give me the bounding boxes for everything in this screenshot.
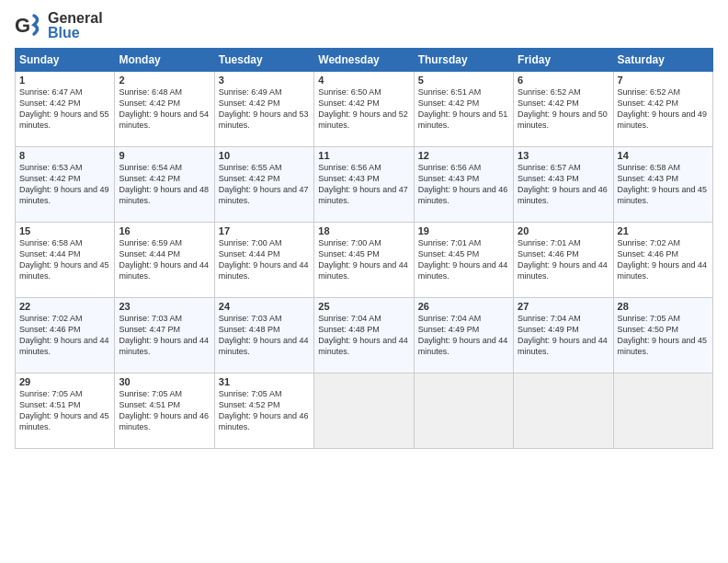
weekday-header-saturday: Saturday — [613, 49, 712, 72]
day-info: Sunrise: 6:48 AM Sunset: 4:42 PM Dayligh… — [119, 87, 209, 130]
day-number: 11 — [318, 150, 409, 161]
day-number: 14 — [618, 150, 709, 161]
day-info: Sunrise: 7:00 AM Sunset: 4:45 PM Dayligh… — [318, 238, 408, 281]
day-number: 18 — [318, 225, 409, 236]
day-info: Sunrise: 7:00 AM Sunset: 4:44 PM Dayligh… — [219, 238, 309, 281]
weekday-header-friday: Friday — [514, 49, 613, 72]
calendar-cell: 25 Sunrise: 7:04 AM Sunset: 4:48 PM Dayl… — [314, 298, 414, 373]
calendar-cell: 12 Sunrise: 6:56 AM Sunset: 4:43 PM Dayl… — [414, 147, 513, 223]
day-number: 23 — [119, 301, 210, 312]
calendar-cell: 3 Sunrise: 6:49 AM Sunset: 4:42 PM Dayli… — [214, 72, 313, 147]
day-info: Sunrise: 6:58 AM Sunset: 4:44 PM Dayligh… — [19, 238, 109, 281]
day-number: 9 — [119, 150, 210, 161]
calendar-cell: 24 Sunrise: 7:03 AM Sunset: 4:48 PM Dayl… — [214, 298, 313, 373]
calendar-cell: 17 Sunrise: 7:00 AM Sunset: 4:44 PM Dayl… — [214, 223, 313, 298]
day-info: Sunrise: 6:51 AM Sunset: 4:42 PM Dayligh… — [418, 87, 508, 130]
day-number: 1 — [19, 75, 110, 86]
day-number: 5 — [418, 75, 509, 86]
day-info: Sunrise: 7:03 AM Sunset: 4:47 PM Dayligh… — [119, 314, 209, 356]
calendar-cell: 27 Sunrise: 7:04 AM Sunset: 4:49 PM Dayl… — [514, 298, 613, 373]
weekday-header-sunday: Sunday — [16, 49, 115, 72]
day-info: Sunrise: 7:04 AM Sunset: 4:49 PM Dayligh… — [418, 314, 508, 356]
calendar-cell: 29 Sunrise: 7:05 AM Sunset: 4:51 PM Dayl… — [16, 373, 115, 449]
day-number: 26 — [418, 301, 509, 312]
calendar-cell — [414, 373, 513, 449]
calendar-cell: 5 Sunrise: 6:51 AM Sunset: 4:42 PM Dayli… — [414, 72, 513, 147]
calendar-cell: 22 Sunrise: 7:02 AM Sunset: 4:46 PM Dayl… — [16, 298, 115, 373]
day-info: Sunrise: 7:05 AM Sunset: 4:50 PM Dayligh… — [618, 314, 708, 356]
calendar-cell — [314, 373, 414, 449]
day-info: Sunrise: 6:49 AM Sunset: 4:42 PM Dayligh… — [219, 87, 309, 130]
day-number: 8 — [19, 150, 110, 161]
svg-text:G: G — [15, 14, 30, 37]
weekday-header-wednesday: Wednesday — [314, 49, 414, 72]
day-number: 7 — [618, 75, 709, 86]
day-number: 12 — [418, 150, 509, 161]
header: G General Blue — [15, 11, 713, 40]
day-info: Sunrise: 7:03 AM Sunset: 4:48 PM Dayligh… — [219, 314, 309, 356]
day-info: Sunrise: 7:02 AM Sunset: 4:46 PM Dayligh… — [19, 314, 109, 356]
calendar-cell: 23 Sunrise: 7:03 AM Sunset: 4:47 PM Dayl… — [115, 298, 214, 373]
calendar-cell — [613, 373, 712, 449]
day-number: 17 — [219, 225, 310, 236]
day-number: 2 — [119, 75, 210, 86]
calendar-cell: 7 Sunrise: 6:52 AM Sunset: 4:42 PM Dayli… — [613, 72, 712, 147]
day-number: 13 — [518, 150, 609, 161]
day-number: 30 — [119, 376, 210, 387]
weekday-header-tuesday: Tuesday — [214, 49, 313, 72]
calendar-week-3: 15 Sunrise: 6:58 AM Sunset: 4:44 PM Dayl… — [16, 223, 713, 298]
day-number: 20 — [518, 225, 609, 236]
logo: G General Blue — [15, 11, 103, 40]
day-number: 4 — [318, 75, 409, 86]
day-info: Sunrise: 6:47 AM Sunset: 4:42 PM Dayligh… — [19, 87, 109, 130]
day-info: Sunrise: 7:04 AM Sunset: 4:49 PM Dayligh… — [518, 314, 608, 356]
calendar-cell: 28 Sunrise: 7:05 AM Sunset: 4:50 PM Dayl… — [613, 298, 712, 373]
day-info: Sunrise: 7:01 AM Sunset: 4:45 PM Dayligh… — [418, 238, 508, 281]
calendar-cell: 8 Sunrise: 6:53 AM Sunset: 4:42 PM Dayli… — [16, 147, 115, 223]
logo-icon: G — [15, 12, 44, 40]
day-info: Sunrise: 6:58 AM Sunset: 4:43 PM Dayligh… — [618, 163, 708, 205]
day-number: 22 — [19, 301, 110, 312]
calendar-cell: 11 Sunrise: 6:56 AM Sunset: 4:43 PM Dayl… — [314, 147, 414, 223]
calendar-cell: 1 Sunrise: 6:47 AM Sunset: 4:42 PM Dayli… — [16, 72, 115, 147]
calendar-cell: 16 Sunrise: 6:59 AM Sunset: 4:44 PM Dayl… — [115, 223, 214, 298]
day-number: 3 — [219, 75, 310, 86]
day-info: Sunrise: 6:59 AM Sunset: 4:44 PM Dayligh… — [119, 238, 209, 281]
weekday-header-thursday: Thursday — [414, 49, 513, 72]
calendar-cell: 19 Sunrise: 7:01 AM Sunset: 4:45 PM Dayl… — [414, 223, 513, 298]
day-number: 27 — [518, 301, 609, 312]
calendar-cell: 13 Sunrise: 6:57 AM Sunset: 4:43 PM Dayl… — [514, 147, 613, 223]
calendar-cell: 21 Sunrise: 7:02 AM Sunset: 4:46 PM Dayl… — [613, 223, 712, 298]
day-number: 25 — [318, 301, 409, 312]
calendar-cell: 26 Sunrise: 7:04 AM Sunset: 4:49 PM Dayl… — [414, 298, 513, 373]
calendar-cell: 6 Sunrise: 6:52 AM Sunset: 4:42 PM Dayli… — [514, 72, 613, 147]
calendar-cell: 10 Sunrise: 6:55 AM Sunset: 4:42 PM Dayl… — [214, 147, 313, 223]
day-number: 6 — [518, 75, 609, 86]
weekday-header-monday: Monday — [115, 49, 214, 72]
day-number: 10 — [219, 150, 310, 161]
calendar-week-2: 8 Sunrise: 6:53 AM Sunset: 4:42 PM Dayli… — [16, 147, 713, 223]
day-info: Sunrise: 7:05 AM Sunset: 4:51 PM Dayligh… — [119, 389, 209, 431]
page: G General Blue SundayMondayTuesdayWednes… — [0, 0, 728, 563]
day-number: 31 — [219, 376, 310, 387]
day-number: 29 — [19, 376, 110, 387]
calendar-cell: 9 Sunrise: 6:54 AM Sunset: 4:42 PM Dayli… — [115, 147, 214, 223]
day-info: Sunrise: 7:04 AM Sunset: 4:48 PM Dayligh… — [318, 314, 408, 356]
calendar-cell: 18 Sunrise: 7:00 AM Sunset: 4:45 PM Dayl… — [314, 223, 414, 298]
day-number: 24 — [219, 301, 310, 312]
calendar-cell: 2 Sunrise: 6:48 AM Sunset: 4:42 PM Dayli… — [115, 72, 214, 147]
calendar-week-5: 29 Sunrise: 7:05 AM Sunset: 4:51 PM Dayl… — [16, 373, 713, 449]
day-info: Sunrise: 7:02 AM Sunset: 4:46 PM Dayligh… — [618, 238, 708, 281]
day-info: Sunrise: 6:52 AM Sunset: 4:42 PM Dayligh… — [618, 87, 708, 130]
calendar-table: SundayMondayTuesdayWednesdayThursdayFrid… — [15, 48, 713, 449]
day-info: Sunrise: 6:53 AM Sunset: 4:42 PM Dayligh… — [19, 163, 109, 205]
calendar-week-1: 1 Sunrise: 6:47 AM Sunset: 4:42 PM Dayli… — [16, 72, 713, 147]
day-info: Sunrise: 6:50 AM Sunset: 4:42 PM Dayligh… — [318, 87, 408, 130]
day-info: Sunrise: 6:57 AM Sunset: 4:43 PM Dayligh… — [518, 163, 608, 205]
day-number: 19 — [418, 225, 509, 236]
day-number: 28 — [618, 301, 709, 312]
day-info: Sunrise: 6:55 AM Sunset: 4:42 PM Dayligh… — [219, 163, 309, 205]
day-info: Sunrise: 7:05 AM Sunset: 4:52 PM Dayligh… — [219, 389, 309, 431]
day-info: Sunrise: 6:56 AM Sunset: 4:43 PM Dayligh… — [418, 163, 508, 205]
calendar-cell — [514, 373, 613, 449]
